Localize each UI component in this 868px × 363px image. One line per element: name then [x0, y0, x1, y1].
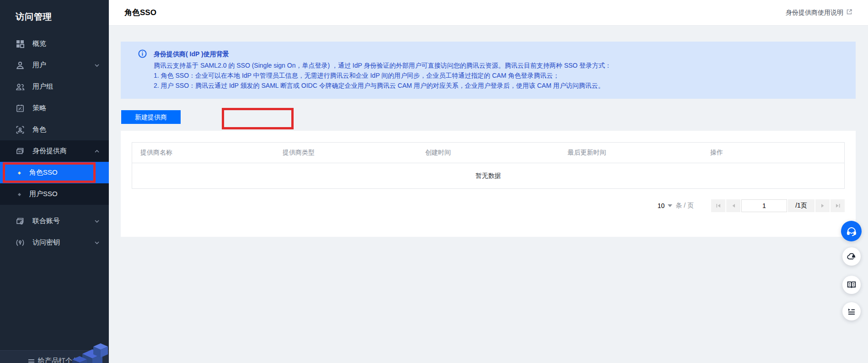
pager: /1页 [711, 199, 845, 212]
sidebar-subitem-label: 角色SSO [29, 168, 58, 177]
sidebar-item-user-groups[interactable]: 用户组 [0, 76, 109, 97]
col-update-time: 最后更新时间 [559, 143, 702, 163]
empty-row: 暂无数据 [132, 163, 845, 189]
last-page-button[interactable] [830, 199, 845, 212]
sidebar-item-label: 用户 [32, 61, 46, 69]
col-create-time: 创建时间 [417, 143, 560, 163]
content: 身份提供商( IdP )使用背景 腾讯云支持基于 SAML2.0 的 SSO (… [109, 26, 868, 237]
identity-provider-icon [16, 147, 25, 156]
pagination: 10 条 / 页 /1页 [132, 199, 845, 212]
chevron-down-icon [94, 63, 100, 68]
banner-title: 身份提供商( IdP )使用背景 [154, 49, 845, 59]
chevron-down-icon [94, 240, 100, 246]
policy-icon [16, 104, 25, 113]
col-actions: 操作 [702, 143, 845, 163]
open-book-icon [847, 280, 857, 290]
sidebar-item-label: 策略 [32, 104, 46, 112]
cloud-bell-icon [847, 251, 857, 262]
page-number-input[interactable] [741, 199, 787, 212]
sidebar-subitem-user-sso[interactable]: 用户SSO [0, 183, 109, 205]
next-page-button[interactable] [815, 199, 830, 212]
documentation-button[interactable] [842, 276, 861, 294]
headset-icon [846, 226, 857, 237]
per-page-label: 条 / 页 [675, 202, 694, 210]
info-icon [138, 49, 147, 61]
page-title: 角色SSO [124, 7, 156, 18]
chevron-down-icon [94, 219, 100, 224]
collapse-menu-icon[interactable] [28, 359, 34, 363]
playlist-icon [847, 307, 856, 316]
sidebar-section-identity-provider: 身份提供商 角色SSO 用户SSO [0, 140, 109, 205]
sidebar-item-access-keys[interactable]: 访问密钥 [0, 232, 109, 253]
sidebar-subitem-role-sso[interactable]: 角色SSO [0, 162, 109, 183]
main-area: 角色SSO 身份提供商使用说明 身份提供商( IdP )使用背景 腾讯云支持基于… [109, 0, 868, 363]
provider-table-card: 提供商名称 提供商类型 创建时间 最后更新时间 操作 暂无数据 [121, 131, 856, 237]
external-link-icon [846, 9, 852, 16]
sidebar-item-label: 访问密钥 [32, 238, 60, 247]
sidebar-item-label: 概览 [32, 39, 46, 48]
provider-table: 提供商名称 提供商类型 创建时间 最后更新时间 操作 暂无数据 [132, 142, 845, 189]
idp-doc-link[interactable]: 身份提供商使用说明 [786, 9, 852, 17]
topbar: 角色SSO 身份提供商使用说明 [109, 0, 868, 26]
sidebar-item-label: 角色 [32, 125, 46, 134]
sidebar-item-label: 联合账号 [32, 217, 60, 225]
sidebar: 访问管理 概览 用户 用户组 策略 [0, 0, 109, 363]
bullet-icon [18, 171, 21, 175]
page-size-select[interactable]: 10 条 / 页 [658, 202, 694, 210]
caret-down-icon [668, 204, 672, 207]
role-icon [16, 125, 25, 134]
toolbar: 新建提供商 [121, 110, 856, 124]
cloud-status-button[interactable] [842, 247, 861, 266]
sidebar-item-users[interactable]: 用户 [0, 54, 109, 76]
cubes-illustration-icon [69, 340, 109, 363]
first-page-button[interactable] [711, 199, 725, 212]
total-pages-label: /1页 [788, 199, 814, 212]
sidebar-item-roles[interactable]: 角色 [0, 119, 109, 140]
sidebar-item-federated-accounts[interactable]: 联合账号 [0, 210, 109, 232]
sidebar-title: 访问管理 [0, 0, 109, 33]
col-provider-name: 提供商名称 [132, 143, 275, 163]
sidebar-item-policies[interactable]: 策略 [0, 97, 109, 119]
col-provider-type: 提供商类型 [274, 143, 417, 163]
chevron-up-icon [94, 149, 100, 154]
overview-grid-icon [16, 39, 25, 48]
create-provider-button[interactable]: 新建提供商 [121, 110, 181, 124]
banner-line: 1. 角色 SSO：企业可以在本地 IdP 中管理员工信息，无需进行腾讯云和企业… [154, 70, 845, 80]
federated-account-icon [16, 217, 25, 226]
support-headset-button[interactable] [841, 221, 862, 241]
sidebar-subitem-label: 用户SSO [29, 190, 58, 198]
page-size-value: 10 [658, 202, 665, 209]
banner-line: 2. 用户 SSO：腾讯云通过 IdP 颁发的 SAML 断言或 OIDC 令牌… [154, 80, 845, 91]
bullet-icon [18, 193, 21, 196]
sidebar-item-identity-provider[interactable]: 身份提供商 [0, 140, 109, 162]
user-icon [16, 61, 25, 70]
info-banner: 身份提供商( IdP )使用背景 腾讯云支持基于 SAML2.0 的 SSO (… [121, 42, 856, 99]
table-header-row: 提供商名称 提供商类型 创建时间 最后更新时间 操作 [132, 143, 845, 163]
prev-page-button[interactable] [726, 199, 740, 212]
user-group-icon [16, 82, 25, 91]
sidebar-item-overview[interactable]: 概览 [0, 33, 109, 54]
quick-menu-button[interactable] [842, 302, 861, 320]
banner-line: 腾讯云支持基于 SAML2.0 的 SSO (Single sign On，单点… [154, 60, 845, 70]
sidebar-item-label: 用户组 [32, 82, 53, 91]
empty-state-text: 暂无数据 [132, 163, 845, 189]
sidebar-item-label: 身份提供商 [32, 147, 67, 155]
access-key-icon [16, 238, 25, 247]
cam-console: 访问管理 概览 用户 用户组 策略 [0, 0, 868, 363]
